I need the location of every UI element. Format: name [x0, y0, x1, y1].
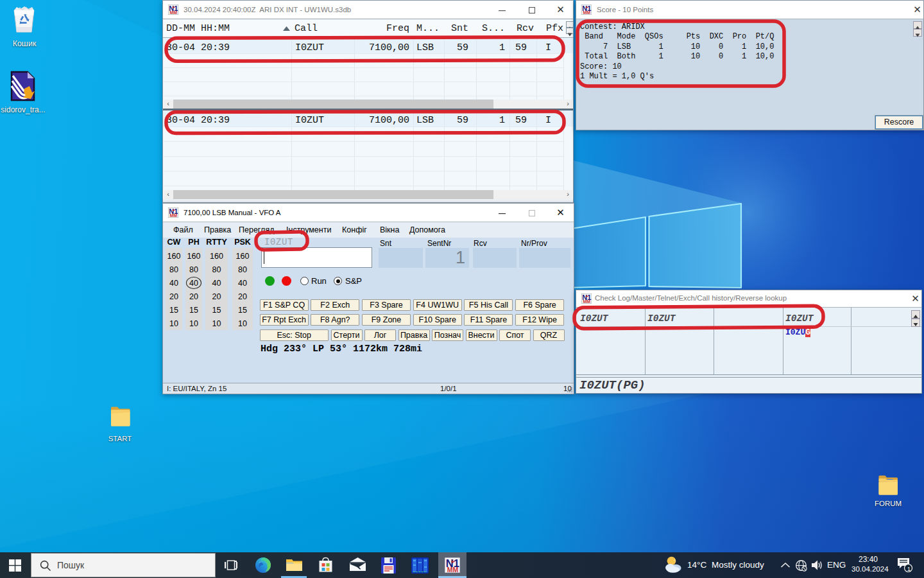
svg-text:+: +: [173, 208, 175, 213]
svg-text:+: +: [173, 5, 175, 10]
svg-text:MM: MM: [447, 566, 459, 574]
svg-text:MM: MM: [170, 213, 178, 218]
svg-text:MM: MM: [583, 10, 591, 15]
svg-text:+: +: [586, 5, 588, 10]
svg-text:+: +: [586, 294, 588, 299]
svg-text:1: 1: [907, 565, 911, 572]
svg-text:+: +: [451, 557, 455, 565]
svg-text:MM: MM: [170, 10, 178, 15]
svg-text:MM: MM: [583, 299, 591, 304]
